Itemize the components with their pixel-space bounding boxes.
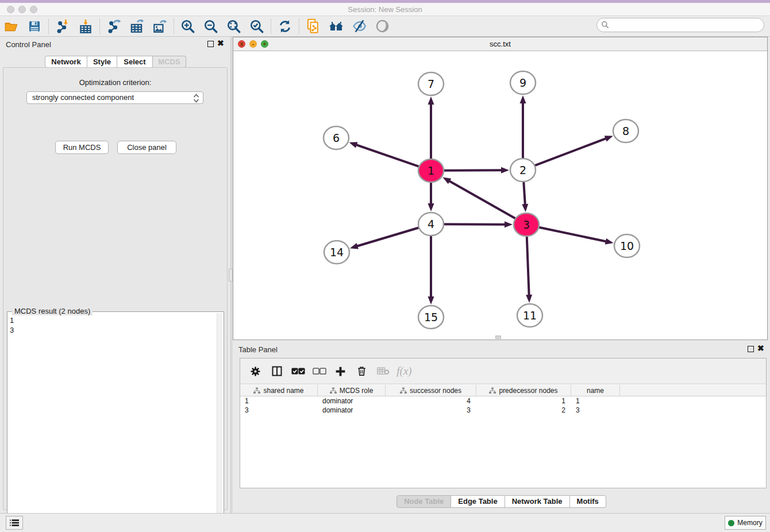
node-label-6: 6 — [333, 132, 340, 144]
float-panel-icon[interactable] — [207, 41, 214, 47]
open-session-icon[interactable] — [0, 17, 23, 36]
graph-node-9[interactable]: 9 — [510, 71, 536, 94]
delete-column-icon[interactable] — [351, 361, 372, 381]
import-network-icon[interactable] — [51, 17, 74, 36]
import-table-icon[interactable] — [74, 17, 97, 36]
graph-node-2[interactable]: 2 — [510, 159, 536, 182]
search-input[interactable] — [596, 18, 764, 32]
tab-node-table[interactable]: Node Table — [396, 495, 451, 508]
column-header-MCDS-role[interactable]: MCDS role — [318, 385, 386, 396]
cell-MCDS-role[interactable]: dominator — [318, 396, 386, 406]
cell-shared-name[interactable]: 3 — [240, 406, 318, 415]
deselect-all-checks-icon[interactable] — [309, 361, 330, 381]
edge-4-14[interactable] — [356, 228, 418, 246]
hide-panel-eye-icon[interactable] — [348, 17, 371, 36]
refresh-layout-icon[interactable] — [274, 17, 297, 36]
export-network-icon[interactable] — [102, 17, 125, 36]
column-selector-icon[interactable] — [266, 361, 287, 381]
graph-node-15[interactable]: 15 — [418, 306, 444, 329]
edge-2-3[interactable] — [523, 182, 525, 205]
clone-network-icon[interactable] — [302, 17, 325, 36]
add-column-icon[interactable] — [330, 361, 351, 381]
tab-select[interactable]: Select — [117, 56, 153, 68]
result-scrollbar[interactable] — [217, 313, 222, 528]
tab-style[interactable]: Style — [87, 56, 117, 68]
edge-3-11[interactable] — [527, 237, 529, 296]
splitter-expand-handle[interactable] — [229, 269, 233, 282]
close-panel-icon[interactable]: ✖ — [217, 38, 224, 48]
export-image-icon[interactable] — [148, 17, 171, 36]
mcds-panel: Optimization criterion: strongly connect… — [3, 67, 228, 510]
function-builder-icon[interactable]: f(x) — [394, 361, 415, 381]
cell-predecessor-nodes[interactable]: 1 — [476, 396, 571, 406]
graph-node-8[interactable]: 8 — [613, 119, 638, 142]
right-workspace: x - + scc.txt 1234678910111415 Table Pan… — [233, 37, 770, 513]
memory-label: Memory — [737, 519, 762, 527]
zoom-out-icon[interactable] — [199, 17, 222, 36]
arrowhead-2-9 — [520, 95, 526, 103]
node-label-14: 14 — [330, 246, 344, 259]
cell-predecessor-nodes[interactable]: 2 — [476, 406, 571, 415]
mcds-result-text[interactable]: 1 3 — [10, 315, 212, 526]
edge-1-6[interactable] — [356, 145, 419, 167]
memory-status-icon — [728, 520, 734, 526]
task-history-button[interactable] — [6, 516, 23, 530]
edge-1-2[interactable] — [444, 170, 502, 171]
zoom-selected-icon[interactable] — [245, 17, 268, 36]
table-settings-icon[interactable] — [245, 361, 266, 381]
edge-2-8[interactable] — [535, 138, 606, 165]
zoom-fit-icon[interactable] — [222, 17, 245, 36]
graph-node-14[interactable]: 14 — [324, 241, 349, 264]
cell-name[interactable]: 3 — [571, 406, 620, 415]
table-row[interactable]: 3dominator323 — [240, 406, 766, 415]
graph-node-7[interactable]: 7 — [418, 72, 444, 95]
cell-shared-name[interactable]: 1 — [240, 396, 318, 406]
node-label-4: 4 — [428, 218, 434, 230]
cell-successor-nodes[interactable]: 4 — [386, 396, 476, 406]
close-panel-button[interactable]: Close panel — [117, 141, 176, 154]
graph-node-1[interactable]: 1 — [418, 159, 444, 182]
mcds-result-title: MCDS result (2 nodes) — [12, 307, 93, 315]
column-header-successor-nodes[interactable]: successor nodes — [386, 385, 476, 396]
criterion-select[interactable]: strongly connected component — [26, 91, 203, 104]
graph-node-10[interactable]: 10 — [614, 234, 640, 257]
arrowhead-1-4 — [428, 203, 434, 211]
tab-mcds[interactable]: MCDS — [153, 56, 186, 68]
delete-table-icon[interactable] — [372, 361, 394, 381]
run-mcds-button[interactable]: Run MCDS — [55, 141, 109, 154]
network-window-titlebar[interactable]: x - + scc.txt — [233, 37, 767, 51]
frame-resize-handle[interactable] — [495, 336, 501, 339]
cell-name[interactable]: 1 — [571, 396, 620, 406]
close-table-panel-icon[interactable]: ✖ — [757, 344, 764, 353]
edge-3-10[interactable] — [539, 228, 606, 242]
zoom-in-icon[interactable] — [176, 17, 199, 36]
graph-node-11[interactable]: 11 — [517, 304, 542, 327]
home-icon[interactable] — [325, 17, 348, 36]
tab-network[interactable]: Network — [45, 56, 87, 68]
column-header-name[interactable]: name — [571, 385, 620, 396]
table-row[interactable]: 1dominator411 — [240, 396, 766, 406]
export-table-icon[interactable] — [125, 17, 148, 36]
arrowhead-2-8 — [605, 136, 613, 141]
cell-successor-nodes[interactable]: 3 — [386, 406, 476, 415]
window-title: Session: New Session — [0, 5, 770, 14]
graph-node-6[interactable]: 6 — [324, 126, 349, 149]
column-header-shared-name[interactable]: shared name — [240, 385, 318, 396]
edge-4-3[interactable] — [444, 224, 506, 225]
select-all-checks-icon[interactable] — [287, 361, 309, 381]
float-table-panel-icon[interactable] — [748, 346, 754, 352]
column-header-predecessor-nodes[interactable]: predecessor nodes — [476, 385, 571, 396]
cell-MCDS-role[interactable]: dominator — [318, 406, 386, 415]
tab-network-table[interactable]: Network Table — [505, 495, 570, 508]
graph-node-4[interactable]: 4 — [418, 213, 444, 236]
toolbar-separator — [99, 19, 100, 34]
node-label-1: 1 — [428, 164, 434, 177]
network-graph-canvas[interactable]: 1234678910111415 — [233, 51, 767, 339]
memory-button[interactable]: Memory — [725, 516, 766, 530]
tab-motifs[interactable]: Motifs — [570, 495, 606, 508]
save-session-icon[interactable] — [23, 17, 46, 36]
edge-3-1[interactable] — [449, 180, 515, 218]
tab-edge-table[interactable]: Edge Table — [451, 495, 505, 508]
graph-node-3[interactable]: 3 — [514, 213, 539, 236]
show-graphics-eye-icon[interactable] — [371, 17, 394, 36]
